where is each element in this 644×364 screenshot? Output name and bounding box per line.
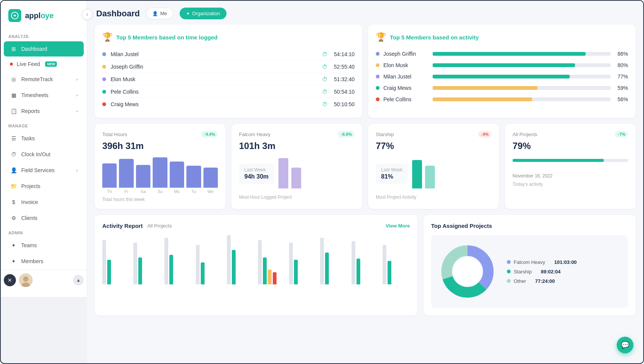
falcom-badge: ↑6.9% (338, 131, 355, 138)
card-title-row: 🏆 Top 5 Members based on activity (376, 32, 628, 42)
legend-name: Starship (514, 269, 532, 275)
total-hours-card: Total Hours ↑4.4% 396h 31m ThFrSaSuMoTuW… (95, 124, 225, 209)
ar-gray-bar (352, 241, 355, 284)
legend-value: 89:02:04 (541, 269, 561, 275)
ar-gray-bar (102, 240, 106, 284)
activity-dot (376, 75, 380, 78)
bar (136, 165, 150, 188)
sidebar-item-teams[interactable]: ✦ Teams (4, 238, 84, 253)
ar-bar-group (383, 245, 410, 284)
sidebar-item-fieldservices[interactable]: 👤 Field Services › (4, 163, 84, 178)
sidebar-item-label: Dashboard (21, 46, 47, 52)
scroll-up-button[interactable]: ▲ (73, 275, 84, 286)
sidebar-item-clockinout[interactable]: ⏱ Clock In/Out (4, 147, 84, 162)
sidebar-item-label: Reports (21, 108, 40, 114)
total-hours-chart: ThFrSaSuMoTuWe (102, 153, 218, 194)
ar-teal-bar (325, 253, 329, 285)
activity-dot (376, 63, 380, 67)
member-name: Craig Mews (111, 101, 317, 107)
sidebar-item-timesheets[interactable]: ▦ Timesheets › (4, 88, 84, 103)
dashboard-icon: ⊞ (10, 45, 17, 53)
chevron-icon: › (77, 168, 78, 173)
sidebar-item-clients[interactable]: ⚙ Clients (4, 210, 84, 226)
logo-text: apploye (25, 11, 54, 20)
sidebar-item-remotetrack[interactable]: ◎ RemoteTrack › (4, 72, 84, 87)
ar-bars (102, 235, 410, 284)
sidebar-item-livefeed[interactable]: Live Feed NEW (4, 57, 84, 71)
falcom-last-week: Last Week 94h 30m (239, 163, 274, 184)
sidebar-item-tasks[interactable]: ☰ Tasks (4, 131, 84, 146)
ar-teal-bar (356, 259, 360, 284)
ar-viewmore[interactable]: View More (386, 223, 410, 229)
clock-icon: ⏱ (322, 89, 327, 95)
sidebar-item-label: Invoice (21, 199, 38, 205)
activity-name: Elon Musk (383, 62, 429, 68)
card-title-row: 🏆 Top 5 Members based on time logged (102, 32, 355, 42)
activity-report-card: Activity Report All Projects View More (95, 215, 417, 315)
stat-header: Starship ↓4% (376, 131, 491, 138)
ar-bar-group (227, 235, 254, 284)
activity-name: Pele Collins (383, 96, 429, 102)
donut-section: Falcom Heavy 101:03:00 Starship 89:02:04… (437, 241, 622, 302)
stats-row: Total Hours ↑4.4% 396h 31m ThFrSaSuMoTuW… (95, 124, 636, 209)
legend-name: Falcom Heavy (514, 259, 545, 265)
time-member-row: Milan Justel ⏱ 54:14:10 (102, 48, 355, 61)
starship-footer: Most Project Activity (376, 195, 491, 200)
activity-members-list: Joseph Griffin 86% Elon Musk 80% Milan J… (376, 48, 628, 105)
tab-organization[interactable]: ✦ Organization (180, 8, 227, 19)
bar-label: Fr (119, 189, 133, 194)
clock-icon: ⏱ (322, 76, 327, 82)
top-projects-title: Top Assigned Projects (431, 223, 628, 229)
stat-header: All Projects ↑7% (513, 131, 628, 138)
ar-bar-group (102, 240, 130, 284)
activity-member-row: Joseph Griffin 86% (376, 48, 628, 60)
ar-gray-bar (164, 238, 168, 285)
sidebar-item-members[interactable]: ✦ Members (4, 254, 84, 269)
logo: apploye (1, 1, 87, 30)
ar-gray-bar (289, 243, 293, 285)
manage-section-label: Manage (1, 119, 87, 130)
activity-pct: 56% (614, 96, 628, 102)
member-name: Elon Musk (111, 76, 317, 82)
member-dot (102, 52, 106, 56)
logo-icon (8, 9, 21, 22)
starship-mini-chart (412, 162, 435, 188)
ar-teal-bar (138, 257, 142, 285)
member-dot (102, 77, 106, 81)
starship-badge: ↓4% (478, 131, 491, 138)
remotetrack-icon: ◎ (10, 75, 17, 83)
sidebar-item-dashboard[interactable]: ⊞ Dashboard (4, 41, 84, 56)
bar-label: Th (102, 189, 117, 194)
chat-fab[interactable]: 💬 (617, 337, 633, 353)
all-projects-footer: Today's activity (513, 182, 628, 187)
sidebar-item-label: Live Feed (17, 61, 40, 67)
starship-lw-label: Last Week (381, 167, 402, 173)
activity-progress-bar (433, 52, 611, 56)
donut-legend: Falcom Heavy 101:03:00 Starship 89:02:04… (507, 259, 577, 284)
activity-name: Joseph Griffin (383, 51, 429, 57)
close-button[interactable]: ✕ (4, 274, 16, 286)
all-projects-progress-fill (513, 159, 604, 162)
sidebar-item-reports[interactable]: 📋 Reports › (4, 104, 84, 119)
ar-bar-group (352, 241, 379, 284)
bottom-row: Activity Report All Projects View More T… (95, 215, 636, 315)
activity-name: Craig Mews (383, 85, 429, 91)
total-hours-label: Total Hours (102, 132, 127, 137)
sidebar-item-projects[interactable]: 📁 Projects (4, 179, 84, 194)
legend-value: 77:24:00 (535, 278, 555, 284)
activity-progress-bar (433, 75, 611, 78)
activity-pct: 80% (614, 62, 628, 68)
sidebar-toggle[interactable]: ‹ (82, 9, 92, 20)
all-projects-value: 79% (513, 141, 628, 151)
legend-item: Other 77:24:00 (507, 278, 577, 284)
ar-gray-bar (383, 245, 386, 284)
new-badge: NEW (45, 61, 57, 67)
sidebar-item-invoice[interactable]: $ Invoice (4, 195, 84, 210)
activity-member-row: Milan Justel 77% (376, 71, 628, 82)
top-activity-title: Top 5 Members based on activity (390, 34, 479, 41)
tab-me[interactable]: 👤 Me (146, 8, 174, 19)
bar (170, 162, 184, 188)
clock-icon: ⏱ (10, 151, 17, 158)
falcom-card: Falcom Heavy ↑6.9% 101h 3m Last Week 94h… (231, 124, 362, 209)
topbar: Dashboard 👤 Me ✦ Organization (87, 1, 643, 25)
